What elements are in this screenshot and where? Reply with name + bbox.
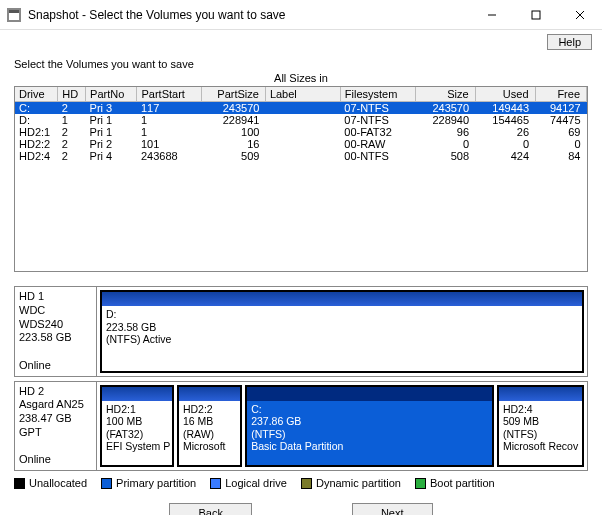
close-button[interactable] (558, 0, 602, 29)
help-row: Help (0, 30, 602, 52)
disk-row: HD 2Asgard AN25238.47 GBGPTOnlineHD2:110… (14, 381, 588, 472)
partition-usage-bar (102, 387, 172, 401)
col-header[interactable]: PartSize (201, 87, 265, 102)
col-header[interactable]: Filesystem (340, 87, 415, 102)
legend-logical: Logical drive (210, 477, 287, 489)
cell: 509 (201, 150, 265, 162)
cell: 149443 (475, 102, 535, 115)
next-button[interactable]: Next (352, 503, 433, 515)
cell (265, 102, 340, 115)
cell: 2 (58, 138, 86, 150)
window-title: Snapshot - Select the Volumes you want t… (28, 8, 470, 22)
cell: 1 (137, 126, 201, 138)
cell: HD2:1 (15, 126, 58, 138)
cell: 424 (475, 150, 535, 162)
col-header[interactable]: PartNo (86, 87, 137, 102)
partition-box[interactable]: HD2:216 MB(RAW)Microsoft (177, 385, 242, 468)
legend: Unallocated Primary partition Logical dr… (14, 477, 588, 489)
partition-box[interactable]: HD2:4509 MB(NTFS)Microsoft Recov (497, 385, 584, 468)
back-button[interactable]: Back (169, 503, 251, 515)
cell: Pri 4 (86, 150, 137, 162)
svg-rect-2 (9, 10, 19, 13)
cell: Pri 2 (86, 138, 137, 150)
volumes-table-container: DriveHDPartNoPartStartPartSizeLabelFiles… (14, 86, 588, 272)
cell: 228941 (201, 114, 265, 126)
partition-box[interactable]: D:223.58 GB(NTFS) Active (100, 290, 584, 373)
partition-box[interactable]: HD2:1100 MB(FAT32)EFI System P (100, 385, 174, 468)
cell: 117 (137, 102, 201, 115)
cell: 2 (58, 102, 86, 115)
cell: 243570 (201, 102, 265, 115)
col-header[interactable]: PartStart (137, 87, 201, 102)
cell: 0 (415, 138, 475, 150)
partition-label: HD2:4509 MB(NTFS)Microsoft Recov (499, 401, 582, 455)
table-row[interactable]: HD2:12Pri 1110000-FAT32962669 (15, 126, 587, 138)
maximize-button[interactable] (514, 0, 558, 29)
cell: 96 (415, 126, 475, 138)
partition-usage-bar (499, 387, 582, 401)
cell: 00-RAW (340, 138, 415, 150)
legend-boot: Boot partition (415, 477, 495, 489)
cell: 00-FAT32 (340, 126, 415, 138)
cell (265, 150, 340, 162)
col-header[interactable]: Label (265, 87, 340, 102)
partition-usage-bar (179, 387, 240, 401)
partition-label: HD2:216 MB(RAW)Microsoft (179, 401, 240, 455)
cell: 07-NTFS (340, 114, 415, 126)
svg-rect-4 (532, 11, 540, 19)
cell: D: (15, 114, 58, 126)
cell: 0 (535, 138, 586, 150)
cell: 2 (58, 150, 86, 162)
cell: 0 (475, 138, 535, 150)
cell: 243688 (137, 150, 201, 162)
col-header[interactable]: Free (535, 87, 586, 102)
minimize-button[interactable] (470, 0, 514, 29)
cell: 26 (475, 126, 535, 138)
col-header[interactable]: Used (475, 87, 535, 102)
partition-box[interactable]: C:237.86 GB(NTFS)Basic Data Partition (245, 385, 494, 468)
cell (265, 114, 340, 126)
disk-header: HD 2Asgard AN25238.47 GBGPTOnline (15, 382, 97, 471)
cell: 100 (201, 126, 265, 138)
table-row[interactable]: D:1Pri 1122894107-NTFS22894015446574475 (15, 114, 587, 126)
cell: Pri 1 (86, 114, 137, 126)
size-units-label: All Sizes in (14, 72, 588, 84)
cell: 243570 (415, 102, 475, 115)
titlebar: Snapshot - Select the Volumes you want t… (0, 0, 602, 30)
cell: 69 (535, 126, 586, 138)
nav-buttons: Back Next (14, 503, 588, 515)
col-header[interactable]: Drive (15, 87, 58, 102)
cell: 16 (201, 138, 265, 150)
help-button[interactable]: Help (547, 34, 592, 50)
cell: Pri 1 (86, 126, 137, 138)
cell: Pri 3 (86, 102, 137, 115)
table-row[interactable]: HD2:42Pri 424368850900-NTFS50842484 (15, 150, 587, 162)
cell: 2 (58, 126, 86, 138)
disk-header: HD 1WDC WDS240223.58 GBOnline (15, 287, 97, 376)
partition-label: D:223.58 GB(NTFS) Active (102, 306, 582, 348)
partition-usage-bar (102, 292, 582, 306)
cell (265, 126, 340, 138)
col-header[interactable]: Size (415, 87, 475, 102)
volumes-table[interactable]: DriveHDPartNoPartStartPartSizeLabelFiles… (15, 87, 587, 162)
col-header[interactable]: HD (58, 87, 86, 102)
cell: 154465 (475, 114, 535, 126)
cell: 94127 (535, 102, 586, 115)
legend-dynamic: Dynamic partition (301, 477, 401, 489)
partition-label: HD2:1100 MB(FAT32)EFI System P (102, 401, 172, 455)
cell: 1 (58, 114, 86, 126)
cell: 74475 (535, 114, 586, 126)
cell: 1 (137, 114, 201, 126)
cell (265, 138, 340, 150)
table-row[interactable]: C:2Pri 311724357007-NTFS2435701494439412… (15, 102, 587, 115)
table-row[interactable]: HD2:22Pri 21011600-RAW000 (15, 138, 587, 150)
partition-usage-bar (247, 387, 492, 401)
app-icon (6, 7, 22, 23)
disk-partitions: D:223.58 GB(NTFS) Active (97, 287, 587, 376)
legend-primary: Primary partition (101, 477, 196, 489)
cell: HD2:2 (15, 138, 58, 150)
cell: 508 (415, 150, 475, 162)
cell: 101 (137, 138, 201, 150)
disk-row: HD 1WDC WDS240223.58 GBOnlineD:223.58 GB… (14, 286, 588, 377)
instruction-label: Select the Volumes you want to save (14, 58, 588, 70)
